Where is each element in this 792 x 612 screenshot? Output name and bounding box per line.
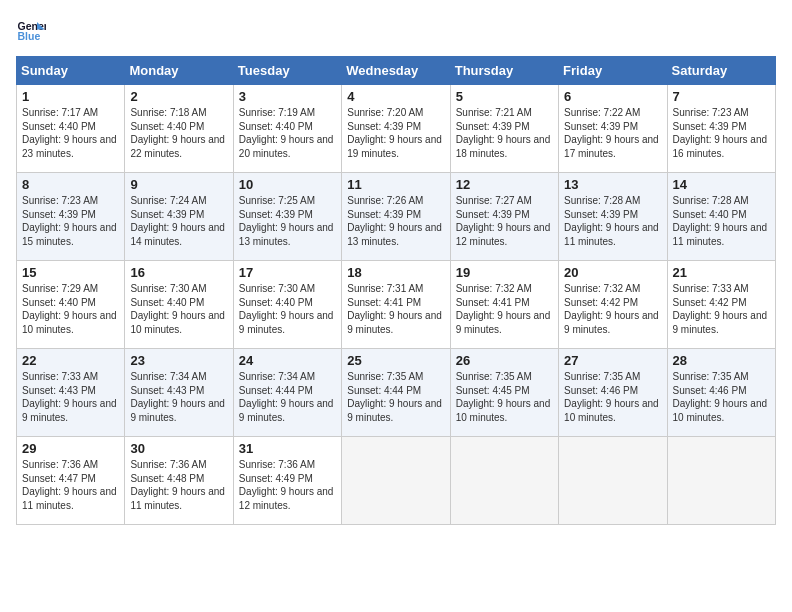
- day-header-tuesday: Tuesday: [233, 57, 341, 85]
- day-header-friday: Friday: [559, 57, 667, 85]
- calendar-cell: 10Sunrise: 7:25 AMSunset: 4:39 PMDayligh…: [233, 173, 341, 261]
- day-header-sunday: Sunday: [17, 57, 125, 85]
- cell-info: Sunrise: 7:25 AMSunset: 4:39 PMDaylight:…: [239, 194, 336, 248]
- day-header-thursday: Thursday: [450, 57, 558, 85]
- page-header: General Blue: [16, 16, 776, 46]
- day-number: 28: [673, 353, 770, 368]
- calendar-cell: 18Sunrise: 7:31 AMSunset: 4:41 PMDayligh…: [342, 261, 450, 349]
- calendar-cell: 29Sunrise: 7:36 AMSunset: 4:47 PMDayligh…: [17, 437, 125, 525]
- day-header-monday: Monday: [125, 57, 233, 85]
- week-row-4: 22Sunrise: 7:33 AMSunset: 4:43 PMDayligh…: [17, 349, 776, 437]
- day-number: 16: [130, 265, 227, 280]
- cell-info: Sunrise: 7:17 AMSunset: 4:40 PMDaylight:…: [22, 106, 119, 160]
- cell-info: Sunrise: 7:23 AMSunset: 4:39 PMDaylight:…: [673, 106, 770, 160]
- calendar-cell: 8Sunrise: 7:23 AMSunset: 4:39 PMDaylight…: [17, 173, 125, 261]
- calendar-cell: 24Sunrise: 7:34 AMSunset: 4:44 PMDayligh…: [233, 349, 341, 437]
- day-number: 11: [347, 177, 444, 192]
- calendar-cell: 14Sunrise: 7:28 AMSunset: 4:40 PMDayligh…: [667, 173, 775, 261]
- day-number: 1: [22, 89, 119, 104]
- logo: General Blue: [16, 16, 46, 46]
- calendar-cell: 13Sunrise: 7:28 AMSunset: 4:39 PMDayligh…: [559, 173, 667, 261]
- day-number: 19: [456, 265, 553, 280]
- cell-info: Sunrise: 7:33 AMSunset: 4:42 PMDaylight:…: [673, 282, 770, 336]
- cell-info: Sunrise: 7:26 AMSunset: 4:39 PMDaylight:…: [347, 194, 444, 248]
- day-number: 20: [564, 265, 661, 280]
- calendar-cell: 2Sunrise: 7:18 AMSunset: 4:40 PMDaylight…: [125, 85, 233, 173]
- day-number: 10: [239, 177, 336, 192]
- day-number: 27: [564, 353, 661, 368]
- cell-info: Sunrise: 7:36 AMSunset: 4:48 PMDaylight:…: [130, 458, 227, 512]
- day-number: 4: [347, 89, 444, 104]
- day-number: 29: [22, 441, 119, 456]
- logo-icon: General Blue: [16, 16, 46, 46]
- cell-info: Sunrise: 7:24 AMSunset: 4:39 PMDaylight:…: [130, 194, 227, 248]
- calendar-cell: 16Sunrise: 7:30 AMSunset: 4:40 PMDayligh…: [125, 261, 233, 349]
- day-number: 26: [456, 353, 553, 368]
- calendar-cell: [667, 437, 775, 525]
- calendar-cell: 28Sunrise: 7:35 AMSunset: 4:46 PMDayligh…: [667, 349, 775, 437]
- calendar-cell: 20Sunrise: 7:32 AMSunset: 4:42 PMDayligh…: [559, 261, 667, 349]
- cell-info: Sunrise: 7:32 AMSunset: 4:41 PMDaylight:…: [456, 282, 553, 336]
- day-header-saturday: Saturday: [667, 57, 775, 85]
- cell-info: Sunrise: 7:23 AMSunset: 4:39 PMDaylight:…: [22, 194, 119, 248]
- calendar-table: SundayMondayTuesdayWednesdayThursdayFrid…: [16, 56, 776, 525]
- day-number: 24: [239, 353, 336, 368]
- calendar-cell: [342, 437, 450, 525]
- day-number: 3: [239, 89, 336, 104]
- cell-info: Sunrise: 7:27 AMSunset: 4:39 PMDaylight:…: [456, 194, 553, 248]
- cell-info: Sunrise: 7:22 AMSunset: 4:39 PMDaylight:…: [564, 106, 661, 160]
- cell-info: Sunrise: 7:33 AMSunset: 4:43 PMDaylight:…: [22, 370, 119, 424]
- calendar-cell: 17Sunrise: 7:30 AMSunset: 4:40 PMDayligh…: [233, 261, 341, 349]
- calendar-cell: [559, 437, 667, 525]
- week-row-5: 29Sunrise: 7:36 AMSunset: 4:47 PMDayligh…: [17, 437, 776, 525]
- calendar-cell: 9Sunrise: 7:24 AMSunset: 4:39 PMDaylight…: [125, 173, 233, 261]
- calendar-cell: 3Sunrise: 7:19 AMSunset: 4:40 PMDaylight…: [233, 85, 341, 173]
- cell-info: Sunrise: 7:31 AMSunset: 4:41 PMDaylight:…: [347, 282, 444, 336]
- day-number: 9: [130, 177, 227, 192]
- calendar-cell: 25Sunrise: 7:35 AMSunset: 4:44 PMDayligh…: [342, 349, 450, 437]
- calendar-cell: 15Sunrise: 7:29 AMSunset: 4:40 PMDayligh…: [17, 261, 125, 349]
- week-row-1: 1Sunrise: 7:17 AMSunset: 4:40 PMDaylight…: [17, 85, 776, 173]
- cell-info: Sunrise: 7:35 AMSunset: 4:44 PMDaylight:…: [347, 370, 444, 424]
- cell-info: Sunrise: 7:35 AMSunset: 4:45 PMDaylight:…: [456, 370, 553, 424]
- cell-info: Sunrise: 7:28 AMSunset: 4:40 PMDaylight:…: [673, 194, 770, 248]
- day-number: 15: [22, 265, 119, 280]
- calendar-cell: 23Sunrise: 7:34 AMSunset: 4:43 PMDayligh…: [125, 349, 233, 437]
- week-row-2: 8Sunrise: 7:23 AMSunset: 4:39 PMDaylight…: [17, 173, 776, 261]
- calendar-cell: 27Sunrise: 7:35 AMSunset: 4:46 PMDayligh…: [559, 349, 667, 437]
- calendar-cell: 6Sunrise: 7:22 AMSunset: 4:39 PMDaylight…: [559, 85, 667, 173]
- calendar-cell: 21Sunrise: 7:33 AMSunset: 4:42 PMDayligh…: [667, 261, 775, 349]
- day-number: 31: [239, 441, 336, 456]
- cell-info: Sunrise: 7:35 AMSunset: 4:46 PMDaylight:…: [564, 370, 661, 424]
- calendar-cell: 12Sunrise: 7:27 AMSunset: 4:39 PMDayligh…: [450, 173, 558, 261]
- day-number: 8: [22, 177, 119, 192]
- cell-info: Sunrise: 7:30 AMSunset: 4:40 PMDaylight:…: [239, 282, 336, 336]
- cell-info: Sunrise: 7:36 AMSunset: 4:47 PMDaylight:…: [22, 458, 119, 512]
- day-number: 12: [456, 177, 553, 192]
- cell-info: Sunrise: 7:18 AMSunset: 4:40 PMDaylight:…: [130, 106, 227, 160]
- day-number: 6: [564, 89, 661, 104]
- calendar-cell: 26Sunrise: 7:35 AMSunset: 4:45 PMDayligh…: [450, 349, 558, 437]
- cell-info: Sunrise: 7:28 AMSunset: 4:39 PMDaylight:…: [564, 194, 661, 248]
- svg-text:Blue: Blue: [18, 30, 41, 42]
- cell-info: Sunrise: 7:30 AMSunset: 4:40 PMDaylight:…: [130, 282, 227, 336]
- calendar-cell: [450, 437, 558, 525]
- day-number: 13: [564, 177, 661, 192]
- calendar-cell: 22Sunrise: 7:33 AMSunset: 4:43 PMDayligh…: [17, 349, 125, 437]
- cell-info: Sunrise: 7:34 AMSunset: 4:44 PMDaylight:…: [239, 370, 336, 424]
- week-row-3: 15Sunrise: 7:29 AMSunset: 4:40 PMDayligh…: [17, 261, 776, 349]
- day-number: 25: [347, 353, 444, 368]
- calendar-cell: 11Sunrise: 7:26 AMSunset: 4:39 PMDayligh…: [342, 173, 450, 261]
- day-number: 5: [456, 89, 553, 104]
- cell-info: Sunrise: 7:35 AMSunset: 4:46 PMDaylight:…: [673, 370, 770, 424]
- day-header-wednesday: Wednesday: [342, 57, 450, 85]
- calendar-cell: 7Sunrise: 7:23 AMSunset: 4:39 PMDaylight…: [667, 85, 775, 173]
- cell-info: Sunrise: 7:32 AMSunset: 4:42 PMDaylight:…: [564, 282, 661, 336]
- calendar-cell: 4Sunrise: 7:20 AMSunset: 4:39 PMDaylight…: [342, 85, 450, 173]
- days-header-row: SundayMondayTuesdayWednesdayThursdayFrid…: [17, 57, 776, 85]
- calendar-cell: 30Sunrise: 7:36 AMSunset: 4:48 PMDayligh…: [125, 437, 233, 525]
- cell-info: Sunrise: 7:19 AMSunset: 4:40 PMDaylight:…: [239, 106, 336, 160]
- cell-info: Sunrise: 7:20 AMSunset: 4:39 PMDaylight:…: [347, 106, 444, 160]
- day-number: 14: [673, 177, 770, 192]
- day-number: 18: [347, 265, 444, 280]
